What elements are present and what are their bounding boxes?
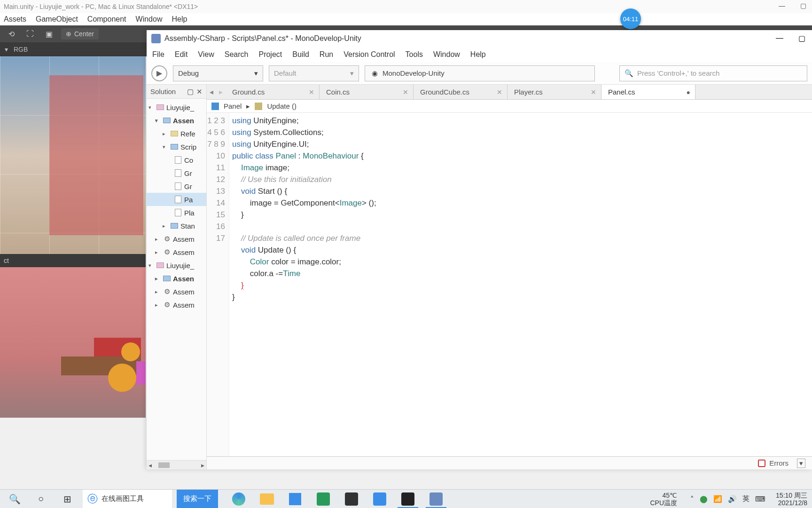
tree-assembly[interactable]: ▸⚙Assem (147, 298, 206, 311)
menu-project[interactable]: Project (258, 50, 282, 59)
tree-assembly[interactable]: ▸⚙Assem (147, 285, 206, 298)
menu-help[interactable]: Help (470, 50, 486, 59)
aspect-dropdown[interactable]: ▾ (5, 46, 8, 53)
global-search[interactable]: 🔍 Press 'Control+,' to search (619, 65, 807, 81)
platform-dropdown[interactable]: Default▾ (269, 65, 359, 81)
run-button[interactable]: ▶ (151, 65, 167, 81)
tree-assembly[interactable]: ▾Assen (147, 114, 206, 127)
breadcrumb-class[interactable]: Panel (224, 102, 242, 110)
game-view[interactable] (0, 267, 146, 418)
nav-forward-icon[interactable]: ▸ (219, 87, 223, 96)
mono-titlebar[interactable]: Assembly-CSharp - Scripts\Panel.cs* - Mo… (147, 30, 812, 47)
cpu-temp[interactable]: 45℃ CPU温度 (650, 492, 678, 507)
minimize-icon[interactable]: — (776, 34, 783, 43)
close-icon[interactable]: ● (687, 88, 690, 96)
tree-assembly[interactable]: ▸⚙Assem (147, 246, 206, 259)
menu-gameobject[interactable]: GameObject (36, 15, 78, 24)
tree-hscrollbar[interactable]: ◂ ▸ (147, 460, 206, 469)
menu-view[interactable]: View (198, 50, 214, 59)
menu-versioncontrol[interactable]: Version Control (344, 50, 395, 59)
browser-searchbar[interactable]: ⓔ 在线画图工具 (83, 490, 172, 508)
breadcrumb[interactable]: Panel ▸ Update () (207, 100, 812, 113)
tree-scripts-folder[interactable]: ▾Scrip (147, 140, 206, 153)
maximize-icon[interactable]: ▢ (798, 34, 805, 43)
tray-keyboard-icon[interactable]: ⌨ (755, 495, 765, 503)
taskbar-app[interactable] (310, 490, 336, 508)
close-icon[interactable]: ✕ (309, 88, 314, 96)
errors-icon[interactable] (758, 460, 765, 467)
close-icon[interactable]: ✕ (196, 87, 203, 96)
tab-player[interactable]: Player.cs✕ (508, 85, 601, 99)
solution-tree[interactable]: ▾Liuyujie_ ▾Assen ▸Refe ▾Scrip Co Gr Gr … (147, 99, 206, 460)
close-icon[interactable]: ✕ (497, 88, 502, 96)
taskbar-edge[interactable] (226, 490, 252, 508)
menu-help[interactable]: Help (172, 15, 187, 24)
errors-label[interactable]: Errors (769, 459, 789, 467)
close-icon[interactable]: ✕ (591, 88, 596, 96)
taskview-icon[interactable]: ⊞ (56, 490, 78, 508)
rotate-icon[interactable]: ▣ (42, 27, 55, 40)
menu-file[interactable]: File (152, 50, 164, 59)
maximize-icon[interactable]: ▢ (800, 2, 806, 9)
solution-header[interactable]: Solution ▢ ✕ (147, 85, 206, 99)
tab-ground[interactable]: Ground.cs✕ (226, 85, 320, 99)
tray-ime[interactable]: 英 (742, 494, 750, 503)
tab-groundcube[interactable]: GroundCube.cs✕ (414, 85, 508, 99)
minimize-icon[interactable]: — (779, 2, 785, 9)
scroll-right-icon[interactable]: ▸ (201, 461, 204, 469)
tab-coin[interactable]: Coin.cs✕ (320, 85, 414, 99)
tray-shield-icon[interactable]: ⬤ (700, 495, 708, 503)
taskbar-app[interactable] (338, 490, 365, 508)
taskbar-mail[interactable] (367, 490, 393, 508)
taskbar-clock[interactable]: 15:10 周三 2021/12/8 (776, 492, 807, 507)
tree-file-panel[interactable]: Pa (147, 193, 206, 206)
move-icon[interactable]: ⛶ (23, 27, 37, 40)
tree-solution-root[interactable]: ▾Liuyujie_ (147, 259, 206, 272)
breadcrumb-method[interactable]: Update () (267, 102, 297, 110)
pin-icon[interactable]: ▢ (187, 87, 194, 96)
tree-file-player[interactable]: Pla (147, 206, 206, 219)
tree-assembly[interactable]: ▸⚙Assem (147, 232, 206, 246)
scroll-thumb[interactable] (158, 462, 170, 468)
taskbar-monodevelop[interactable] (423, 490, 449, 508)
tree-solution-root[interactable]: ▾Liuyujie_ (147, 101, 206, 114)
config-dropdown[interactable]: Debug▾ (173, 65, 263, 81)
project-tab[interactable]: ct (0, 254, 146, 267)
code-editor[interactable]: 1 2 3 4 5 6 7 8 9 10 11 12 13 14 15 16 1… (207, 113, 812, 456)
taskbar-store[interactable] (282, 490, 308, 508)
menu-run[interactable]: Run (320, 50, 333, 59)
menu-edit[interactable]: Edit (175, 50, 188, 59)
cortana-icon[interactable]: ○ (30, 490, 52, 508)
tree-standard-assets[interactable]: ▸Stan (147, 219, 206, 232)
device-selector[interactable]: ◉ MonoDevelop-Unity (365, 65, 595, 81)
tab-panel[interactable]: Panel.cs● (601, 85, 695, 99)
refresh-icon[interactable]: ⟲ (5, 27, 18, 40)
taskbar-explorer[interactable] (254, 490, 280, 508)
tree-file-coin[interactable]: Co (147, 153, 206, 167)
unity-titlebar[interactable]: Main.unity - Liuyujie_work - PC, Mac & L… (0, 0, 812, 13)
tree-file-groundcube[interactable]: Gr (147, 180, 206, 193)
menu-search[interactable]: Search (225, 50, 249, 59)
taskbar-unity[interactable] (395, 490, 421, 508)
search-button[interactable]: 搜索一下 (177, 490, 218, 508)
menu-window[interactable]: Window (136, 15, 163, 24)
menu-component[interactable]: Component (87, 15, 126, 24)
nav-back-icon[interactable]: ◂ (210, 87, 213, 96)
system-tray[interactable]: ˄ ⬤ 📶 🔊 英 ⌨ (690, 494, 765, 503)
scene-view[interactable] (0, 56, 146, 254)
close-icon[interactable]: ✕ (403, 88, 408, 96)
code-content[interactable]: using UnityEngine; using System.Collecti… (229, 113, 812, 456)
tree-assembly[interactable]: ▸Assen (147, 272, 206, 285)
menu-build[interactable]: Build (292, 50, 309, 59)
tray-chevron-icon[interactable]: ˄ (690, 495, 694, 503)
tree-file-ground[interactable]: Gr (147, 167, 206, 180)
tray-network-icon[interactable]: 📶 (713, 495, 722, 503)
menu-tools[interactable]: Tools (406, 50, 423, 59)
pivot-mode[interactable]: ⊕ Center (61, 28, 99, 40)
menu-window[interactable]: Window (433, 50, 460, 59)
scroll-left-icon[interactable]: ◂ (148, 461, 152, 469)
status-menu-icon[interactable]: ▾ (797, 459, 805, 468)
rgb-mode[interactable]: RGB (14, 46, 28, 53)
tray-volume-icon[interactable]: 🔊 (728, 495, 737, 503)
search-icon[interactable]: 🔍 (4, 490, 25, 508)
